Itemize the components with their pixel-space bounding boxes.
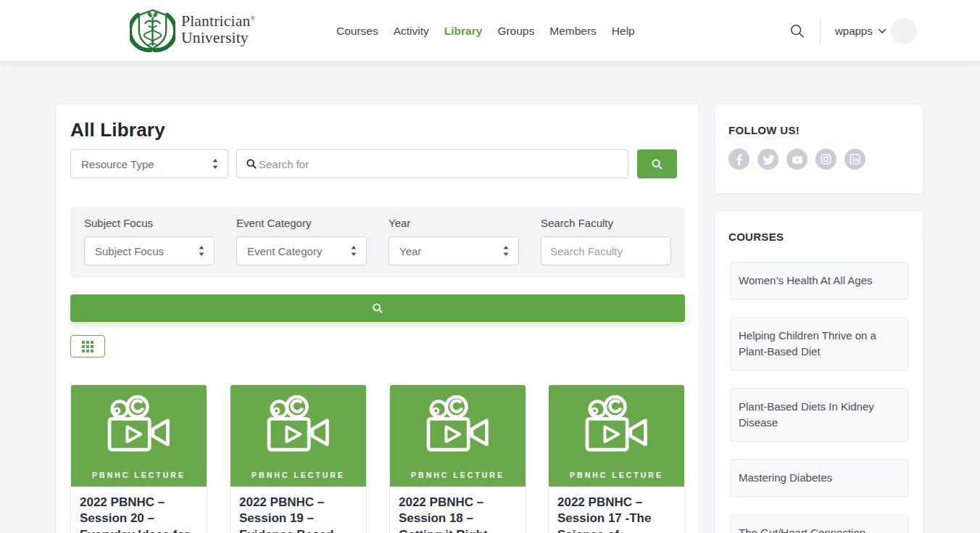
library-search-field xyxy=(236,149,628,178)
chevron-down-icon xyxy=(878,28,886,34)
course-item[interactable]: Mastering Diabetes xyxy=(730,459,908,497)
select-arrows-icon xyxy=(212,158,219,170)
event-category-value: Event Category xyxy=(247,245,322,257)
search-faculty-input[interactable] xyxy=(541,236,671,265)
search-button[interactable] xyxy=(637,149,677,178)
header-divider xyxy=(820,17,821,45)
youtube-icon[interactable] xyxy=(786,149,807,170)
video-thumbnail: PBNHC LECTURE xyxy=(231,385,366,487)
thumbnail-badge: PBNHC LECTURE xyxy=(549,471,684,479)
video-thumbnail: PBNHC LECTURE xyxy=(549,385,684,487)
nav-library[interactable]: Library xyxy=(444,25,483,38)
header-search-icon[interactable] xyxy=(789,23,805,39)
search-faculty-label: Search Faculty xyxy=(541,217,671,229)
library-result-card[interactable]: PBNHC LECTURE 2022 PBNHC – Session 18 – … xyxy=(389,384,526,533)
search-icon xyxy=(246,158,257,170)
registered-mark: ® xyxy=(250,15,255,22)
avatar[interactable] xyxy=(891,18,917,44)
filter-year: Year Year xyxy=(389,217,519,265)
search-icon xyxy=(651,158,663,170)
select-arrows-icon xyxy=(350,245,357,257)
account-menu[interactable]: wpapps xyxy=(835,0,886,62)
instagram-icon[interactable] xyxy=(815,149,836,170)
nav-courses[interactable]: Courses xyxy=(336,25,378,38)
course-item[interactable]: Women’s Health At All Ages xyxy=(730,262,908,299)
video-thumbnail: PBNHC LECTURE xyxy=(390,385,526,487)
filter-subject-focus: Subject Focus Subject Focus xyxy=(84,217,215,265)
courses-widget: COURSES Women’s Health At All Ages Helpi… xyxy=(714,210,923,533)
search-input[interactable] xyxy=(259,158,620,170)
follow-us-widget: FOLLOW US! xyxy=(714,104,923,194)
year-value: Year xyxy=(399,245,421,257)
library-result-card[interactable]: PBNHC LECTURE 2022 PBNHC – Session 17 -T… xyxy=(548,384,685,533)
search-icon xyxy=(372,302,383,314)
result-title[interactable]: 2022 PBNHC – Session 19 – Evidence Based xyxy=(231,487,366,533)
video-camera-icon xyxy=(261,395,336,456)
courses-title: COURSES xyxy=(715,211,923,243)
video-camera-icon xyxy=(420,395,496,456)
account-name: wpapps xyxy=(835,25,873,37)
nav-members[interactable]: Members xyxy=(549,25,597,38)
video-camera-icon xyxy=(101,395,177,456)
thumbnail-badge: PBNHC LECTURE xyxy=(390,471,526,479)
nav-groups[interactable]: Groups xyxy=(497,25,534,38)
result-title[interactable]: 2022 PBNHC – Session 17 -The Science of xyxy=(549,487,684,533)
year-select[interactable]: Year xyxy=(389,236,519,265)
linkedin-icon[interactable] xyxy=(844,149,865,170)
library-result-card[interactable]: PBNHC LECTURE 2022 PBNHC – Session 19 – … xyxy=(230,384,367,533)
select-arrows-icon xyxy=(502,245,510,257)
site-logo[interactable]: Plantrician® University xyxy=(130,7,255,52)
thumbnail-badge: PBNHC LECTURE xyxy=(231,471,366,479)
page: Plantrician® University Courses Activity… xyxy=(0,0,980,533)
video-thumbnail: PBNHC LECTURE xyxy=(71,385,207,487)
resource-type-select[interactable]: Resource Type xyxy=(70,149,228,178)
subject-focus-value: Subject Focus xyxy=(95,245,164,257)
facebook-icon[interactable] xyxy=(728,149,749,170)
resource-type-value: Resource Type xyxy=(81,158,154,170)
site-header: Plantrician® University Courses Activity… xyxy=(0,0,980,62)
filter-search-button[interactable] xyxy=(70,294,685,322)
library-panel: All Library Resource Type Subject Focus xyxy=(55,104,699,533)
thumbnail-badge: PBNHC LECTURE xyxy=(71,471,207,479)
logo-line1: Plantrician xyxy=(181,12,250,30)
library-result-card[interactable]: PBNHC LECTURE 2022 PBNHC – Session 20 – … xyxy=(70,384,207,533)
subject-focus-select[interactable]: Subject Focus xyxy=(84,236,215,265)
page-title: All Library xyxy=(70,119,165,141)
nav-activity[interactable]: Activity xyxy=(394,25,429,38)
event-category-label: Event Category xyxy=(236,217,367,229)
course-list: Women’s Health At All Ages Helping Child… xyxy=(730,262,908,533)
subject-focus-label: Subject Focus xyxy=(84,217,215,229)
logo-line2: University xyxy=(181,30,255,46)
course-item[interactable]: Plant-Based Diets In Kidney Disease xyxy=(730,388,908,442)
grid-view-toggle[interactable] xyxy=(70,335,105,358)
select-arrows-icon xyxy=(198,245,205,257)
course-item[interactable]: Helping Children Thrive on a Plant-Based… xyxy=(730,317,908,371)
year-label: Year xyxy=(389,217,519,229)
twitter-icon[interactable] xyxy=(757,149,778,170)
result-title[interactable]: 2022 PBNHC – Session 20 – Everyday Ideas… xyxy=(71,487,207,533)
filter-faculty: Search Faculty xyxy=(541,217,671,265)
course-item[interactable]: The Gut/Heart Connection xyxy=(730,514,908,533)
social-icons-row xyxy=(728,149,923,170)
event-category-select[interactable]: Event Category xyxy=(236,236,367,265)
nav-help[interactable]: Help xyxy=(612,25,635,38)
follow-us-title: FOLLOW US! xyxy=(715,104,923,136)
filter-panel: Subject Focus Subject Focus Event Catego… xyxy=(70,207,685,278)
filter-event-category: Event Category Event Category xyxy=(236,217,367,265)
result-title[interactable]: 2022 PBNHC – Session 18 – Getting it Rig… xyxy=(390,487,526,533)
video-camera-icon xyxy=(579,395,655,456)
grid-icon xyxy=(82,341,94,352)
site-logo-text: Plantrician® University xyxy=(181,13,255,46)
main-nav: Courses Activity Library Groups Members … xyxy=(336,0,635,62)
plantrician-wreath-logo-icon xyxy=(130,7,175,52)
